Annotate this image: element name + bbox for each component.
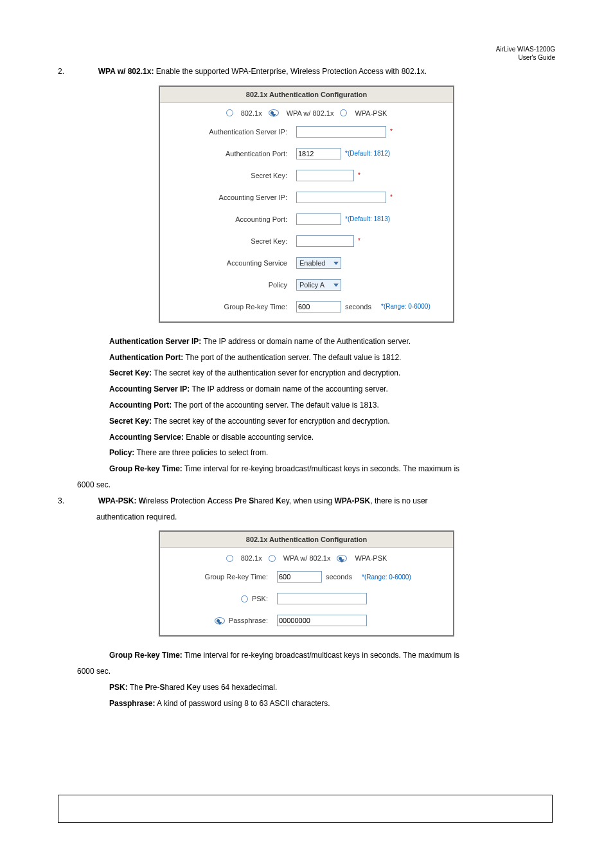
radio-8021x-label: 802.1x (241, 109, 262, 117)
t: ey, when using (281, 496, 335, 505)
wpa-psk-bold2: WPA-PSK (334, 496, 370, 505)
rekey-hint: *(Range: 0-6000) (362, 574, 411, 581)
t: hared (165, 683, 187, 692)
wpa-8021x-desc: Enable the supported WPA-Enterprise, Wir… (154, 67, 427, 76)
desc-auth-port-b: Authentication Port: (109, 353, 183, 362)
desc3-rekey-t1: Time interval for re-keying broadcast/mu… (182, 651, 459, 660)
b: K (187, 683, 193, 692)
t: re- (150, 683, 160, 692)
b: A (208, 496, 213, 505)
desc-secret1-b: Secret Key: (109, 368, 152, 377)
b: K (276, 496, 281, 505)
required-star: * (358, 172, 360, 179)
auth-config-panel-2: 802.1x Authentication Configuration 802.… (159, 530, 454, 637)
auth-server-ip-label: Authentication Server IP: (168, 128, 296, 136)
desc-policy-t: There are three policies to select from. (134, 448, 268, 457)
t: re (240, 496, 249, 505)
secret-key-2-input[interactable] (296, 235, 354, 247)
desc-acct-port-t: The port of the accounting server. The d… (172, 401, 378, 410)
passphrase-input[interactable] (277, 615, 367, 626)
desc-acct-port-b: Accounting Port: (109, 401, 172, 410)
section-3-title: 3. WPA-PSK: Wireless Protection Access P… (58, 494, 555, 509)
desc-acct-ip-t: The IP address or domain name of the acc… (190, 384, 387, 393)
radio-psk[interactable] (241, 595, 248, 602)
secret-key-2-label: Secret Key: (168, 237, 296, 245)
b: P (170, 496, 175, 505)
radio-passphrase[interactable] (215, 617, 225, 624)
desc-rekey-t1: Time interval for re-keying broadcast/mu… (182, 464, 459, 473)
acct-port-hint: *(Default: 1813) (345, 215, 390, 222)
acct-port-input[interactable] (296, 213, 341, 225)
desc3-rekey-t2: 6000 sec. (77, 667, 111, 676)
desc-rekey-b: Group Re-key Time: (109, 464, 182, 473)
wpa-psk-bold: WPA-PSK: W (98, 496, 146, 505)
desc-secret2-t: The secret key of the accounting sever f… (152, 417, 390, 426)
psk-label: PSK: (252, 595, 268, 602)
footer-box (58, 795, 553, 823)
radio-wpa-8021x[interactable] (269, 109, 279, 116)
psk-input[interactable] (277, 593, 367, 604)
sec3-tail2: authentication required. (96, 512, 177, 521)
panel-title: 802.1x Authentication Configuration (160, 532, 453, 548)
auth-config-panel-1: 802.1x Authentication Configuration 802.… (159, 86, 454, 323)
policy-select[interactable]: Policy A (296, 279, 341, 291)
desc-auth-ip-b: Authentication Server IP: (109, 337, 201, 346)
auth-port-label: Authentication Port: (168, 150, 296, 158)
radio-wpa-8021x[interactable] (269, 555, 276, 562)
auth-server-ip-input[interactable] (296, 126, 386, 138)
radio-8021x[interactable] (226, 555, 233, 562)
radio-wpa-8021x-label: WPA w/ 802.1x (287, 109, 334, 117)
acct-service-label: Accounting Service (168, 259, 296, 267)
rekey-time-input[interactable] (277, 571, 322, 583)
auth-type-radios-2: 802.1x WPA w/ 802.1x WPA-PSK (160, 548, 453, 566)
b: S (160, 683, 165, 692)
page-header: AirLive WIAS-1200G User's Guide (496, 45, 555, 62)
radio-8021x-label: 802.1x (241, 554, 262, 562)
desc-auth-ip-t: The IP address or domain name of the Aut… (201, 337, 411, 346)
auth-port-input[interactable] (296, 148, 341, 159)
t: ey uses 64 hexadecimal. (192, 683, 277, 692)
rekey-unit: seconds (345, 303, 371, 311)
radio-wpa-psk[interactable] (337, 555, 347, 562)
policy-label: Policy (168, 281, 296, 289)
desc-policy-b: Policy: (109, 448, 134, 457)
passphrase-label: Passphrase: (229, 617, 268, 624)
acct-server-ip-label: Accounting Server IP: (168, 194, 296, 201)
desc3-pass-b: Passphrase: (109, 699, 155, 708)
acct-service-select[interactable]: Enabled (296, 257, 341, 269)
radio-wpa-psk-label: WPA-PSK (355, 554, 387, 562)
t: The (128, 683, 145, 692)
desc3-rekey-b: Group Re-key Time: (109, 651, 182, 660)
desc-secret2-b: Secret Key: (109, 417, 152, 426)
auth-type-radios: 802.1x WPA w/ 802.1x WPA-PSK (160, 103, 453, 121)
rekey-time-input[interactable] (296, 301, 341, 312)
desc-secret1-t: The secret key of the authentication sev… (152, 368, 400, 377)
desc3-psk-b: PSK: (109, 683, 128, 692)
t: ireless (146, 496, 170, 505)
desc-acct-ip-b: Accounting Server IP: (109, 384, 190, 393)
rekey-unit: seconds (326, 573, 352, 581)
desc-rekey-t2: 6000 sec. (77, 480, 111, 489)
desc3-pass-t: A kind of password using 8 to 63 ASCII c… (155, 699, 330, 708)
brand-text: AirLive WIAS-1200G (496, 45, 555, 53)
t: rotection (175, 496, 207, 505)
radio-wpa-8021x-label: WPA w/ 802.1x (283, 554, 331, 562)
acct-server-ip-input[interactable] (296, 192, 386, 203)
secret-key-1-label: Secret Key: (168, 172, 296, 179)
list-number: 2. (58, 64, 71, 79)
auth-port-hint: *(Default: 1812) (345, 150, 390, 157)
desc-auth-port-t: The port of the authentication server. T… (183, 353, 401, 362)
desc-acct-svc-t: Enable or disable accounting service. (184, 433, 314, 442)
rekey-hint: *(Range: 0-6000) (381, 303, 431, 310)
radio-wpa-psk[interactable] (340, 109, 347, 116)
doc-title: User's Guide (496, 53, 555, 62)
required-star: * (390, 128, 393, 135)
list-number: 3. (58, 494, 71, 509)
desc-acct-svc-b: Accounting Service: (109, 433, 184, 442)
rekey-time-label: Group Re-key Time: (168, 303, 296, 311)
secret-key-1-input[interactable] (296, 170, 354, 181)
radio-8021x[interactable] (226, 109, 233, 116)
b: P (145, 683, 150, 692)
section-2-title: 2. WPA w/ 802.1x: Enable the supported W… (58, 64, 555, 79)
rekey-time-label: Group Re-key Time: (168, 573, 277, 581)
